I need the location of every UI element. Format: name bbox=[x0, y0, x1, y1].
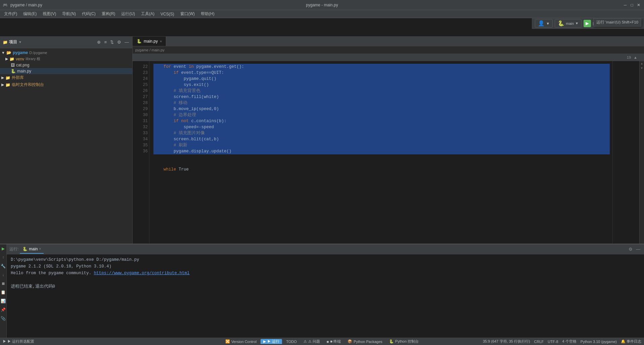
run-config-status[interactable]: ▶ ▶ 运行所选配置 bbox=[3, 339, 34, 344]
minimize-button[interactable]: ─ bbox=[623, 2, 628, 8]
tab-problems[interactable]: ⚠ ⚠ 问题 bbox=[301, 339, 323, 344]
line-num-26: 26 bbox=[135, 88, 148, 94]
user-button[interactable]: 👤 ▼ bbox=[535, 19, 553, 28]
maximize-button[interactable]: □ bbox=[629, 2, 635, 8]
tree-item-scratches[interactable]: ▶ 📁 临时文件和控制台 bbox=[0, 81, 132, 88]
run-down-icon[interactable]: ↓ bbox=[0, 272, 6, 278]
project-toolbar-left: 📁 项目 ▼ bbox=[3, 39, 22, 45]
tab-terminal[interactable]: ■ ■ 终端 bbox=[324, 339, 343, 344]
tab-bar: 🐍 main.py × bbox=[133, 36, 644, 46]
encoding[interactable]: UTF-8 bbox=[548, 340, 558, 344]
tab-todo[interactable]: TODO bbox=[283, 340, 300, 344]
vc-icon: 🔀 bbox=[225, 339, 230, 344]
run-pin-icon[interactable]: 📌 bbox=[0, 307, 6, 313]
code-line-26: # 填充背景色 bbox=[153, 88, 610, 94]
code-line-34: screen.blit(cat,b) bbox=[153, 136, 610, 142]
code-line-27: screen.fill(white) bbox=[153, 94, 610, 100]
line-num-27: 27 bbox=[135, 94, 148, 100]
python-version[interactable]: Python 3.10 (pygame) bbox=[581, 340, 617, 344]
user-label: ▼ bbox=[546, 21, 550, 26]
collapse-icon[interactable]: ≡ bbox=[103, 39, 107, 45]
console-label: Python 控制台 bbox=[395, 339, 419, 344]
run-pin2-icon[interactable]: 📎 bbox=[0, 315, 6, 322]
run-play-icon[interactable]: ▶ bbox=[0, 246, 6, 252]
line-num-25: 25 bbox=[135, 82, 148, 88]
scroll-down-icon[interactable]: ▼ bbox=[640, 66, 643, 70]
menu-tools[interactable]: 工具(A) bbox=[138, 10, 157, 17]
run-button[interactable]: ▶ bbox=[584, 20, 591, 27]
code-line-23: if event.type==QUIT: bbox=[153, 70, 610, 76]
tab-python-console[interactable]: 🐍 Python 控制台 bbox=[386, 339, 421, 344]
menu-run[interactable]: 运行(U) bbox=[119, 10, 138, 17]
line-num-23: 23 bbox=[135, 70, 148, 76]
line-num-29: 29 bbox=[135, 106, 148, 112]
run-minimize-icon[interactable]: — bbox=[635, 246, 641, 252]
run-tab-left: 运行: 🐍 main × bbox=[9, 245, 44, 254]
code-line-28: # 移动 bbox=[153, 100, 610, 106]
cursor-position[interactable]: 35:9 (647 字符, 35 行执行行) bbox=[483, 339, 530, 344]
scroll-up-icon[interactable]: ▲ bbox=[640, 62, 643, 65]
statusbar-left: ▶ ▶ 运行所选配置 bbox=[3, 339, 34, 344]
tree-path-pygame: D:/pygame bbox=[29, 51, 47, 55]
config-dropdown[interactable]: 🐍 main ▼ bbox=[555, 19, 582, 28]
run-tab-close-icon[interactable]: × bbox=[39, 247, 41, 251]
run-icon-status: ▶ bbox=[263, 339, 266, 344]
menu-code[interactable]: 代码(C) bbox=[79, 10, 98, 17]
titlebar: 🎮 pygame / main.py pygame - main.py ─ □ … bbox=[0, 0, 644, 10]
project-toolbar: 📁 项目 ▼ ⊕ ≡ ⇅ ⚙ — bbox=[0, 36, 132, 48]
tree-expand-icon: ▼ bbox=[1, 51, 5, 55]
menu-window[interactable]: 窗口(W) bbox=[178, 10, 197, 17]
panel-chevron-icon: ▼ bbox=[18, 40, 22, 44]
tab-version-control[interactable]: 🔀 Version Control bbox=[223, 339, 259, 344]
tree-item-pygame[interactable]: ▼ 📂 pygame D:/pygame bbox=[0, 50, 132, 56]
line-num-24: 24 bbox=[135, 76, 148, 82]
titlebar-breadcrumb: pygame / main.py bbox=[10, 3, 42, 7]
packages-label: Python Packages bbox=[354, 340, 382, 344]
breadcrumb-text: pygame / main.py bbox=[135, 48, 165, 52]
tab-run[interactable]: ▶ ▶ 运行 bbox=[261, 339, 282, 344]
run-wrench-icon[interactable]: 🔧 bbox=[0, 263, 6, 269]
event-log[interactable]: 🔔 事件日志 bbox=[621, 339, 641, 344]
menu-edit[interactable]: 编辑(E) bbox=[20, 10, 39, 17]
menu-vcs[interactable]: VCS(S) bbox=[158, 11, 177, 17]
tab-label: main.py bbox=[144, 39, 158, 44]
tooltip-text: 运行 'main'(U) Shift+F10 bbox=[596, 20, 638, 24]
run-up-icon[interactable]: ↑ bbox=[0, 254, 6, 260]
run-contribute-link[interactable]: https://www.pygame.org/contribute.html bbox=[94, 271, 190, 276]
run-chart-icon[interactable]: 📊 bbox=[0, 298, 6, 304]
tree-item-cat-png[interactable]: 🖼 cat.png bbox=[0, 62, 132, 68]
menu-view[interactable]: 视图(V) bbox=[40, 10, 59, 17]
run-settings-icon[interactable]: ⚙ bbox=[628, 246, 634, 252]
line-ending[interactable]: CRLF bbox=[534, 340, 544, 344]
tree-label-scratches: 临时文件和控制台 bbox=[12, 82, 44, 88]
gear-icon[interactable]: ⚙ bbox=[117, 39, 122, 45]
code-line-39: while True bbox=[153, 166, 610, 172]
run-tab-status-label: ▶ 运行 bbox=[267, 339, 279, 344]
code-line-25: sys.exit() bbox=[153, 82, 610, 88]
indent[interactable]: 4 个空格 bbox=[562, 339, 577, 344]
menu-navigate[interactable]: 导航(N) bbox=[59, 10, 79, 17]
problems-icon: ⚠ bbox=[304, 339, 307, 344]
line-count-arrow: ▲ bbox=[634, 55, 637, 59]
tab-python-packages[interactable]: 📦 Python Packages bbox=[345, 339, 385, 344]
terminal-icon: ■ bbox=[327, 340, 329, 344]
hide-icon[interactable]: — bbox=[124, 39, 130, 45]
locate-icon[interactable]: ⊕ bbox=[96, 39, 101, 45]
close-button[interactable]: ✕ bbox=[636, 2, 641, 8]
expand-icon[interactable]: ⇅ bbox=[109, 39, 114, 45]
tab-main-py[interactable]: 🐍 main.py × bbox=[133, 37, 166, 46]
run-tab-main[interactable]: 🐍 main × bbox=[20, 245, 44, 254]
line-num-39 bbox=[135, 166, 148, 172]
menu-help[interactable]: 帮助(H) bbox=[198, 10, 217, 17]
run-stop-icon[interactable]: ⏹ bbox=[0, 281, 6, 287]
tree-item-external-libs[interactable]: ▶ 📁 外部库 bbox=[0, 74, 132, 81]
tree-label-cat-png: cat.png bbox=[16, 63, 29, 67]
project-toolbar-right: ⊕ ≡ ⇅ ⚙ — bbox=[96, 39, 130, 45]
code-line-31: if not c.contains(b): bbox=[153, 118, 610, 124]
tree-item-venv[interactable]: ▶ 📁 venv library 根 bbox=[0, 56, 132, 62]
tab-close-icon[interactable]: × bbox=[160, 39, 162, 43]
menu-refactor[interactable]: 重构(R) bbox=[99, 10, 118, 17]
run-copy-icon[interactable]: 📋 bbox=[0, 289, 6, 295]
menu-file[interactable]: 文件(F) bbox=[1, 10, 20, 17]
tree-item-main-py[interactable]: 🐍 main.py bbox=[0, 68, 132, 74]
